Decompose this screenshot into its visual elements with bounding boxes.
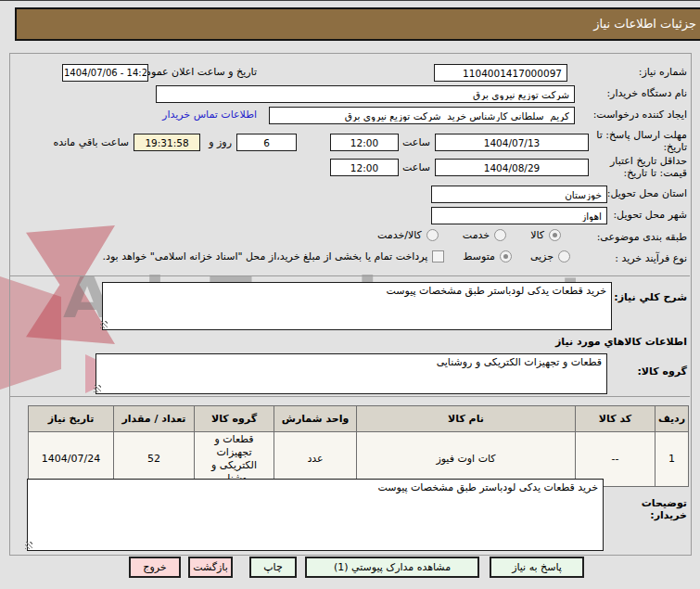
goods-group-label: گروه کالا: — [637, 365, 687, 378]
request-creator-field[interactable] — [269, 107, 575, 124]
delivery-province-field[interactable] — [431, 186, 607, 203]
col-item-name: نام کالا — [357, 406, 576, 432]
announcement-datetime-field[interactable] — [62, 64, 148, 82]
cell-row-number: 1 — [655, 432, 689, 487]
col-unit: واحد شمارش — [274, 406, 357, 432]
price-validity-time-field[interactable] — [330, 159, 399, 176]
goods-table: ردیف کد کالا نام کالا واحد شمارش گروه کا… — [28, 405, 689, 487]
delivery-city-field[interactable] — [431, 207, 607, 224]
remaining-days-field[interactable] — [236, 134, 297, 151]
reply-deadline-hour-label: ساعت — [402, 136, 430, 148]
days-and-label: روز و — [209, 136, 232, 148]
exit-button[interactable]: خروج — [129, 557, 181, 578]
col-row-number: ردیف — [655, 406, 689, 432]
resize-grip-icon[interactable] — [100, 321, 108, 328]
reply-deadline-time-field[interactable] — [330, 134, 399, 151]
treasury-payment-checkbox[interactable]: پرداخت تمام یا بخشی از مبلغ خرید،از محل … — [103, 250, 445, 262]
section-divider — [9, 396, 690, 397]
window-top-edge — [0, 0, 700, 1]
print-button[interactable]: چاپ — [249, 557, 297, 578]
need-details-window: AriaTender.net جزئیات اطلاعات نیاز شماره… — [0, 0, 700, 589]
radio-option-kala[interactable]: کالا — [530, 229, 561, 241]
goods-group-textarea[interactable]: قطعات و تجهیزات الکتریکی و روشنایی — [95, 353, 607, 394]
buyer-org-field[interactable] — [156, 85, 575, 103]
respond-to-need-button[interactable]: پاسخ به نیاز — [490, 557, 584, 578]
radio-option-jozii[interactable]: جزیی — [530, 250, 570, 262]
price-validity-hour-label: ساعت — [402, 161, 430, 173]
col-quantity: تعداد / مقدار — [114, 406, 195, 432]
col-need-date: تاریخ نیاز — [29, 406, 114, 432]
request-creator-label: ایجاد کننده درخواست: — [593, 109, 687, 121]
col-item-group: گروه کالا — [195, 406, 274, 432]
goods-section-header: اطلاعات کالاهاي مورد نیاز — [555, 336, 687, 348]
radio-icon[interactable] — [500, 250, 512, 262]
col-item-code: کد کالا — [576, 406, 655, 432]
radio-option-motevasset[interactable]: متوسط — [463, 250, 512, 262]
need-number-field[interactable] — [434, 64, 567, 82]
announcement-datetime-label: تاریخ و ساعت اعلان عمومی: — [134, 66, 257, 78]
buyer-notes-label: توضیحات خریدار: — [622, 497, 687, 521]
goods-table-header-row: ردیف کد کالا نام کالا واحد شمارش گروه کا… — [29, 406, 689, 432]
hours-remaining-label: ساعت باقي مانده — [53, 136, 129, 148]
reply-deadline-label: مهلت ارسال پاسخ: تا تاریخ: — [592, 129, 687, 153]
page-title: جزئیات اطلاعات نیاز — [15, 7, 700, 41]
section-divider — [9, 275, 690, 276]
need-number-label: شماره نیاز: — [639, 66, 687, 78]
radio-icon[interactable] — [549, 229, 561, 241]
need-summary-label: شرح کلي نیاز: — [614, 291, 687, 303]
subject-classification-label: طبقه بندی موضوعی: — [597, 231, 687, 243]
radio-icon[interactable] — [494, 229, 506, 241]
back-button[interactable]: بازگشت — [188, 557, 233, 578]
radio-option-khedmat[interactable]: خدمت — [463, 229, 506, 241]
price-validity-label: حداقل تاریخ اعتبار قیمت: تا تاریخ: — [590, 155, 687, 179]
buyer-org-label: نام دستگاه خریدار: — [606, 87, 687, 99]
resize-grip-icon[interactable] — [25, 542, 32, 549]
radio-option-kala-khedmat[interactable]: کالا/خدمت — [377, 229, 439, 241]
delivery-city-label: شهر محل تحویل: — [613, 209, 687, 221]
reply-deadline-date-field[interactable] — [435, 134, 589, 151]
price-validity-date-field[interactable] — [435, 159, 589, 176]
need-summary-textarea[interactable]: خرید قطعات یدکی لودباستر طبق مشخصات پیوس… — [102, 282, 612, 330]
resize-grip-icon[interactable] — [94, 385, 101, 392]
countdown-field[interactable] — [134, 134, 200, 151]
radio-icon[interactable] — [426, 229, 439, 241]
checkbox-icon[interactable] — [432, 250, 444, 262]
purchase-process-label: نوع فرآیند خرید : — [615, 252, 687, 264]
radio-icon[interactable] — [558, 250, 570, 262]
delivery-province-label: استان محل تحویل: — [607, 187, 687, 199]
buyer-contact-link[interactable]: اطلاعات تماس خریدار — [162, 109, 257, 121]
view-attachments-button[interactable]: مشاهده مدارک پیوستي (1) — [305, 557, 479, 578]
buyer-notes-textarea[interactable]: خرید قطعات یدکی لودباستر طبق مشخصات پیوس… — [27, 479, 604, 551]
